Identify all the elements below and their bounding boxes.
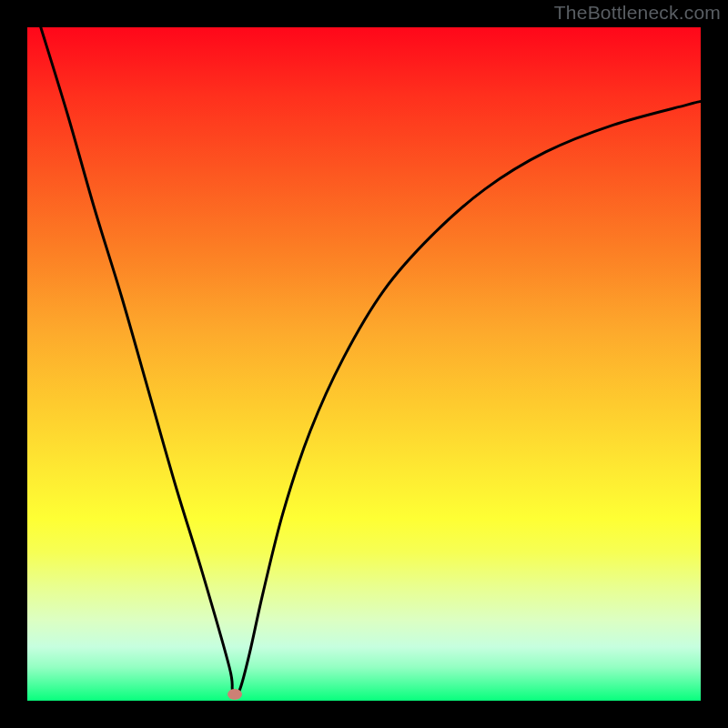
plot-area xyxy=(27,27,701,701)
gradient-background xyxy=(27,27,701,701)
watermark-text: TheBottleneck.com xyxy=(554,2,721,24)
chart-frame: TheBottleneck.com xyxy=(0,0,728,728)
